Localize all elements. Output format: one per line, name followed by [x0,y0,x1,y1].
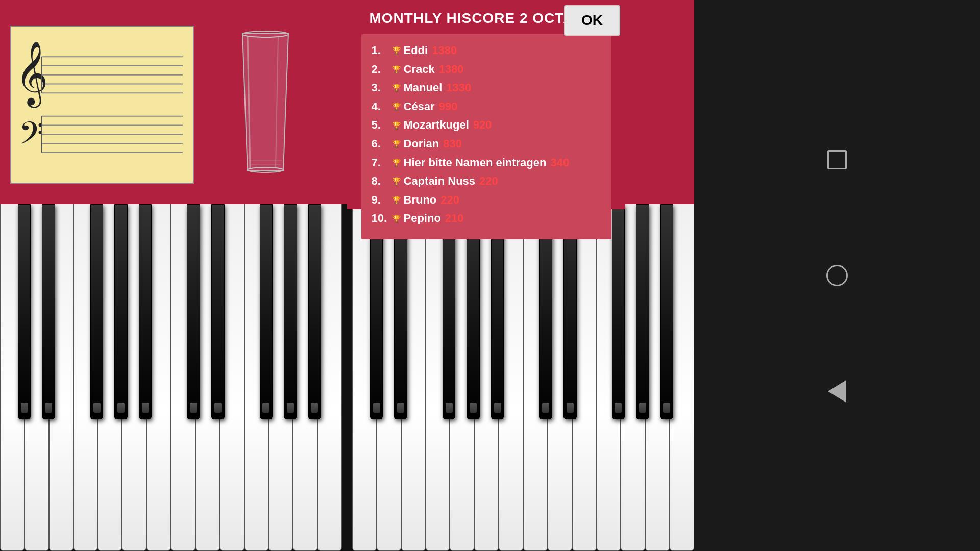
hiscore-trophy-2: 🏆 [392,65,401,74]
android-nav-bar [694,0,980,551]
black-key-as1[interactable] [139,204,152,419]
hiscore-score-2: 1380 [439,62,464,77]
hiscore-item-7: 7. 🏆 Hier bitte Namen eintragen 340 [372,156,601,170]
glass-container [235,28,296,176]
glass-svg [235,28,296,176]
svg-text:𝄞: 𝄞 [15,41,48,108]
hiscore-rank-5: 5. [372,118,392,133]
hiscore-item-4: 4. 🏆 César 990 [372,99,601,114]
hiscore-name-7: Hier bitte Namen eintragen [404,156,547,170]
hiscore-trophy-5: 🏆 [392,121,401,130]
right-piano-section [352,204,694,551]
svg-marker-20 [243,34,288,170]
hiscore-name-2: Crack [404,62,435,77]
black-key-as4[interactable] [660,204,673,419]
hiscore-rank-3: 3. [372,81,392,95]
top-section: 𝄞 𝄢 [0,0,694,204]
nav-back-button[interactable] [822,376,852,407]
black-key-fs1[interactable] [90,204,103,419]
hiscore-trophy-6: 🏆 [392,139,401,148]
hiscore-rank-9: 9. [372,193,392,208]
hiscore-score-4: 990 [439,99,458,114]
hiscore-score-7: 340 [550,156,569,170]
hiscore-trophy-10: 🏆 [392,214,401,223]
piano-middle-gap [342,204,352,551]
back-icon [828,380,846,403]
hiscore-score-5: 920 [473,118,492,133]
square-icon [827,150,847,169]
black-key-gs1[interactable] [114,204,127,419]
hiscore-panel: MONTHLY HISCORE 2 OCTAVES 1. 🏆 Eddi 1380… [347,0,625,209]
hiscore-rank-4: 4. [372,99,392,114]
hiscore-score-10: 210 [445,211,464,226]
hiscore-item-1: 1. 🏆 Eddi 1380 [372,43,601,58]
hiscore-name-4: César [404,99,435,114]
black-key-ds1[interactable] [42,204,55,419]
hiscore-name-10: Pepino [404,211,441,226]
svg-text:𝄢: 𝄢 [19,116,43,158]
black-key-ds2[interactable] [211,204,224,419]
hiscore-trophy-4: 🏆 [392,102,401,111]
hiscore-score-8: 220 [479,174,498,189]
hiscore-item-9: 9. 🏆 Bruno 220 [372,193,601,208]
hiscore-rank-10: 10. [372,211,392,226]
hiscore-rank-7: 7. [372,156,392,170]
black-key-fs4[interactable] [612,204,625,419]
nav-recents-button[interactable] [822,144,852,175]
left-piano-section [0,204,342,551]
hiscore-score-1: 1380 [432,43,457,58]
hiscore-name-5: Mozartkugel [404,118,469,133]
music-staff: 𝄞 𝄢 [10,26,194,184]
hiscore-name-8: Captain Nuss [404,174,476,189]
hiscore-rank-2: 2. [372,62,392,77]
hiscore-rank-6: 6. [372,137,392,152]
hiscore-item-2: 2. 🏆 Crack 1380 [372,62,601,77]
hiscore-rank-8: 8. [372,174,392,189]
white-key-b2[interactable] [317,204,342,551]
staff-svg: 𝄞 𝄢 [11,27,193,183]
hiscore-item-5: 5. 🏆 Mozartkugel 920 [372,118,601,133]
hiscore-trophy-7: 🏆 [392,158,401,167]
hiscore-trophy-1: 🏆 [392,46,401,55]
hiscore-item-6: 6. 🏆 Dorian 830 [372,137,601,152]
game-area: 𝄞 𝄢 [0,0,694,551]
black-key-cs2[interactable] [187,204,200,419]
black-key-as2[interactable] [308,204,321,419]
hiscore-name-9: Bruno [404,193,437,208]
black-key-cs1[interactable] [18,204,31,419]
white-key-b4[interactable] [670,204,694,551]
hiscore-name-3: Manuel [404,81,443,95]
hiscore-item-3: 3. 🏆 Manuel 1330 [372,81,601,95]
hiscore-score-6: 830 [443,137,462,152]
hiscore-trophy-9: 🏆 [392,195,401,205]
hiscore-name-1: Eddi [404,43,428,58]
piano-keyboard-area [0,204,694,551]
hiscore-trophy-8: 🏆 [392,177,401,186]
black-key-gs4[interactable] [636,204,649,419]
black-key-gs2[interactable] [284,204,297,419]
hiscore-score-3: 1330 [446,81,471,95]
hiscore-item-8: 8. 🏆 Captain Nuss 220 [372,174,601,189]
nav-home-button[interactable] [822,260,852,291]
hiscore-list: 1. 🏆 Eddi 1380 2. 🏆 Crack 1380 3. 🏆 Manu… [361,34,611,239]
hiscore-score-9: 220 [440,193,459,208]
hiscore-item-10: 10. 🏆 Pepino 210 [372,211,601,226]
circle-icon [826,265,848,286]
hiscore-trophy-3: 🏆 [392,83,401,92]
ok-button[interactable]: OK [564,5,620,36]
hiscore-name-6: Dorian [404,137,439,152]
black-key-fs2[interactable] [260,204,273,419]
hiscore-rank-1: 1. [372,43,392,58]
